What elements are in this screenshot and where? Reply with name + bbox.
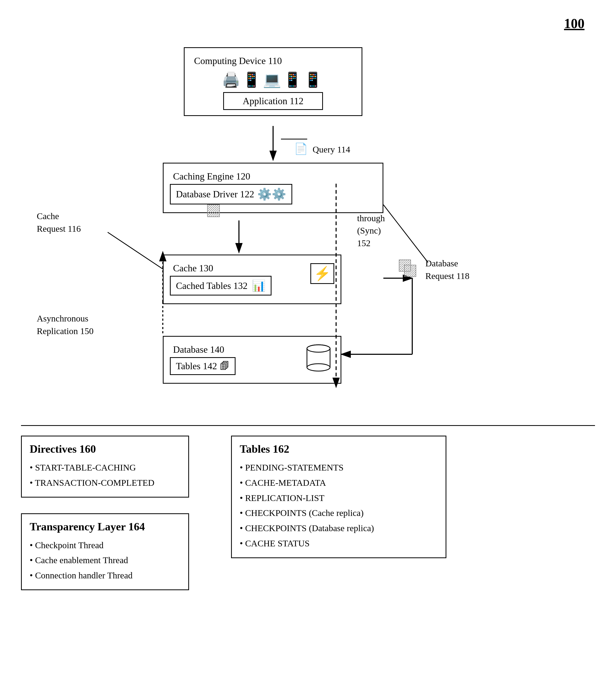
tables-list: PENDING-STATEMENTS CACHE-METADATA REPLIC… xyxy=(240,460,438,551)
cylinder-icon xyxy=(303,342,334,375)
cached-tables-label: Cached Tables 132 xyxy=(176,280,248,291)
directives-box: Directives 160 START-TABLE-CACHING TRANS… xyxy=(21,436,189,498)
lightning-icon: ⚡ xyxy=(310,263,334,284)
computing-device-title: Computing Device 110 xyxy=(191,53,355,69)
async-replication-label: AsynchronousReplication 150 xyxy=(37,312,94,337)
svg-line-16 xyxy=(108,232,163,269)
separator-line xyxy=(21,425,595,426)
database-box: Database 140 Tables 142 🗐 xyxy=(163,336,341,384)
table-item-2: CACHE-METADATA xyxy=(240,475,438,490)
query-text: Query 114 xyxy=(313,145,350,154)
transparency-list: Checkpoint Thread Cache enablement Threa… xyxy=(30,538,180,583)
tables-inner-box: Tables 142 🗐 xyxy=(170,357,236,375)
directive-item-2: TRANSACTION-COMPLETED xyxy=(30,475,180,490)
directives-section: Directives 160 START-TABLE-CACHING TRANS… xyxy=(21,436,200,590)
transparency-item-3: Connection handler Thread xyxy=(30,568,180,583)
database-title: Database 140 xyxy=(170,342,236,357)
directives-title: Directives 160 xyxy=(30,443,180,455)
caching-engine-title: Caching Engine 120 xyxy=(170,169,376,184)
directives-list: START-TABLE-CACHING TRANSACTION-COMPLETE… xyxy=(30,460,180,490)
table-item-4: CHECKPOINTS (Cache replica) xyxy=(240,505,438,521)
table-item-5: CHECKPOINTS (Database replica) xyxy=(240,521,438,536)
tables-section: Tables 162 PENDING-STATEMENTS CACHE-META… xyxy=(231,436,457,558)
table-item-6: CACHE STATUS xyxy=(240,536,438,551)
copy-icon: 🗐 xyxy=(220,360,229,372)
svg-line-17 xyxy=(384,205,428,262)
db-driver-inner-box: Database Driver 122 ⚙️⚙️ xyxy=(170,184,292,204)
transparency-title: Transparency Layer 164 xyxy=(30,521,180,533)
svg-point-4 xyxy=(307,364,330,371)
device-icons: 🖨️📱💻📱📱 xyxy=(191,71,355,89)
transparency-item-2: Cache enablement Thread xyxy=(30,553,180,568)
gear-icon: ⚙️⚙️ xyxy=(257,187,286,201)
tables-title: Tables 162 xyxy=(240,443,438,455)
application-label: Application 112 xyxy=(243,96,303,106)
tables-label: Tables 142 xyxy=(176,360,217,372)
table-item-1: PENDING-STATEMENTS xyxy=(240,460,438,475)
query-label: 📄 Query 114 xyxy=(294,142,350,156)
directive-item-1: START-TABLE-CACHING xyxy=(30,460,180,475)
svg-rect-24 xyxy=(399,260,411,271)
cache-box: Cache 130 Cached Tables 132 📊 ⚡ xyxy=(163,255,341,304)
transparency-box: Transparency Layer 164 Checkpoint Thread… xyxy=(21,513,189,590)
computing-device-box: Computing Device 110 🖨️📱💻📱📱 Application … xyxy=(184,47,362,116)
tables-box: Tables 162 PENDING-STATEMENTS CACHE-META… xyxy=(231,436,446,558)
page: 100 Computing Device 110 🖨️📱💻📱📱 Applicat… xyxy=(0,0,616,681)
db-driver-label: Database Driver 122 xyxy=(176,189,254,200)
svg-rect-25 xyxy=(404,265,416,277)
database-request-label: DatabaseRequest 118 xyxy=(425,257,469,282)
transparency-item-1: Checkpoint Thread xyxy=(30,538,180,553)
caching-engine-box: Caching Engine 120 Database Driver 122 ⚙… xyxy=(163,163,384,213)
cached-tables-inner-box: Cached Tables 132 📊 xyxy=(170,276,271,296)
cache-request-label: CacheRequest 116 xyxy=(37,210,81,235)
table-icon: 📊 xyxy=(252,279,266,292)
svg-point-5 xyxy=(307,345,330,352)
diagram-area: Computing Device 110 🖨️📱💻📱📱 Application … xyxy=(21,26,595,433)
cache-title: Cache 130 xyxy=(170,260,271,276)
table-item-3: REPLICATION-LIST xyxy=(240,490,438,506)
application-inner-box: Application 112 xyxy=(223,92,323,110)
